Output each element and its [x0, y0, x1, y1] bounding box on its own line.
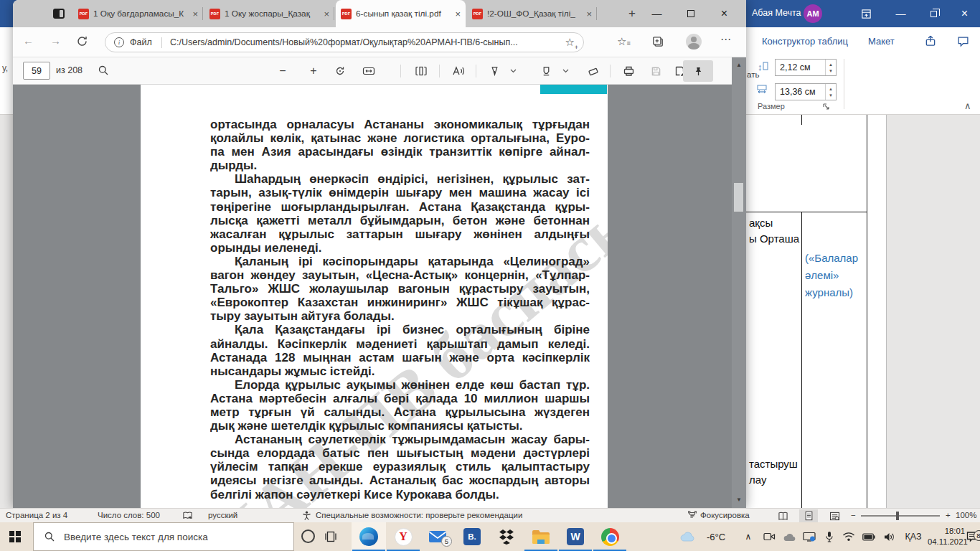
pin-toolbar-button[interactable]	[683, 60, 713, 82]
refresh-icon[interactable]	[76, 35, 88, 47]
edge-minimize-button[interactable]: —	[640, 0, 674, 27]
onedrive-icon[interactable]	[781, 522, 798, 551]
word-minimize-button[interactable]: —	[885, 0, 916, 27]
height-spinner[interactable]: ▲▼	[825, 60, 836, 75]
task-view-icon[interactable]	[324, 530, 337, 543]
taskbar-app-edge[interactable]	[352, 522, 386, 551]
collapse-ribbon-icon[interactable]: ∧	[964, 100, 971, 111]
taskbar-clock[interactable]: 18:01 04.11.2021	[928, 526, 965, 547]
taskbar-app-bitrix[interactable]: B.	[455, 522, 489, 551]
scroll-up-icon[interactable]: ▲	[732, 62, 746, 68]
rotate-icon[interactable]	[334, 65, 347, 77]
edge-close-button[interactable]: ×	[707, 0, 741, 27]
page-view-icon[interactable]	[415, 65, 428, 77]
back-icon[interactable]: ←	[23, 34, 34, 47]
table-cell-source[interactable]: («Балалар әлемі» журналы)	[805, 250, 858, 301]
taskbar-app-word[interactable]: W	[558, 522, 593, 551]
language-indicator[interactable]: русский	[208, 511, 237, 519]
word-account-name[interactable]: Абая Мечта	[752, 8, 801, 18]
url-field[interactable]: i Файл C:/Users/admin/Documents/Новый%20…	[105, 32, 584, 52]
notification-center-icon[interactable]: 8	[964, 522, 980, 551]
print-icon[interactable]	[622, 65, 635, 77]
browser-tab[interactable]: PDF1 Оку жоспары_Қазақ×	[204, 0, 334, 27]
cortana-icon[interactable]	[301, 529, 315, 543]
zoom-slider-track[interactable]	[861, 515, 940, 517]
taskbar-app-dropbox[interactable]	[489, 522, 524, 551]
edge-maximize-button[interactable]	[674, 0, 707, 27]
meet-now-icon[interactable]	[760, 522, 778, 551]
width-spinner[interactable]: ▲▼	[825, 84, 836, 100]
tray-chevron-icon[interactable]: ∧	[740, 522, 756, 551]
table-cell-grades[interactable]: ақсы ы Орташа	[749, 215, 799, 247]
table-cell-bottom[interactable]: тастыруш лау	[749, 456, 798, 488]
edge-profile-avatar[interactable]	[686, 34, 702, 50]
web-layout-icon[interactable]	[825, 509, 844, 522]
draw-dropdown-icon[interactable]	[510, 69, 516, 73]
browser-tab[interactable]: PDF!2-ОШ_ФО_Қазақ тілі_×	[467, 0, 597, 27]
url-text[interactable]: C:/Users/admin/Documents/Новый%20формат/…	[170, 37, 557, 47]
keyboard-language[interactable]: ҚАЗ	[901, 522, 925, 551]
erase-icon[interactable]	[587, 65, 600, 77]
word-close-button[interactable]: ×	[949, 0, 980, 27]
word-account-avatar[interactable]: AM	[804, 4, 822, 23]
favorites-bar-icon[interactable]: ☆≡	[617, 35, 631, 48]
table-width-field[interactable]: 13,36 см ▲▼	[775, 83, 837, 100]
zoom-out-icon[interactable]: −	[276, 65, 289, 77]
forward-icon[interactable]: →	[50, 34, 61, 47]
zoom-slider-thumb[interactable]	[896, 512, 899, 520]
taskbar-app-chrome[interactable]	[593, 522, 627, 551]
tab-close-icon[interactable]: ×	[192, 9, 198, 19]
new-tab-button[interactable]: +	[623, 4, 641, 23]
temperature-label[interactable]: -6°C	[702, 522, 730, 551]
scroll-down-icon[interactable]: ▼	[732, 496, 746, 503]
taskbar-search-box[interactable]: Введите здесь текст для поиска	[33, 522, 294, 551]
size-dialog-launcher-icon[interactable]	[822, 103, 830, 110]
weather-icon[interactable]	[677, 522, 699, 551]
print-layout-icon[interactable]	[799, 509, 818, 522]
zoom-level[interactable]: 100%	[956, 511, 976, 519]
zoom-in-button[interactable]: +	[946, 511, 951, 519]
tab-close-icon[interactable]: ×	[586, 9, 592, 19]
collections-icon[interactable]	[651, 35, 664, 48]
browser-tab[interactable]: PDF6-сынып қазақ тілі.pdf×	[336, 0, 466, 27]
info-icon[interactable]: i	[114, 37, 124, 47]
pdf-scrollbar[interactable]: ▲ ▼	[732, 57, 746, 508]
read-aloud-icon[interactable]	[452, 65, 465, 77]
cast-display-icon[interactable]	[801, 522, 818, 551]
tab-table-layout[interactable]: Макет	[868, 36, 895, 47]
highlight-icon[interactable]	[540, 65, 552, 77]
tab-close-icon[interactable]: ×	[455, 9, 461, 19]
tab-close-icon[interactable]: ×	[324, 9, 329, 19]
volume-icon[interactable]	[880, 522, 898, 551]
wifi-icon[interactable]	[839, 522, 858, 551]
page-indicator[interactable]: Страница 2 из 4	[6, 511, 67, 519]
accessibility-status[interactable]: Специальные возможности: проверьте реком…	[316, 511, 522, 519]
tab-actions-icon[interactable]	[50, 6, 67, 22]
tab-table-design[interactable]: Конструктор таблиц	[762, 36, 848, 47]
taskbar-app-mail[interactable]: 5	[420, 522, 455, 551]
browser-tab[interactable]: PDF1 Оқу бағдарламасы_К×	[73, 0, 203, 27]
start-button[interactable]	[9, 531, 21, 542]
zoom-in-icon[interactable]: +	[307, 65, 320, 77]
taskbar-app-explorer[interactable]	[524, 522, 558, 551]
fit-to-width-icon[interactable]	[362, 65, 375, 77]
focus-mode[interactable]: Фокусировка	[700, 511, 750, 519]
draw-icon[interactable]	[488, 65, 501, 77]
edge-menu-icon[interactable]: ⋯	[720, 33, 732, 46]
page-number-input[interactable]	[23, 62, 50, 80]
proofing-icon[interactable]	[182, 510, 193, 521]
taskbar-app-yandex[interactable]: Y	[386, 522, 420, 551]
word-restore-button[interactable]	[918, 0, 949, 27]
pdf-content-area[interactable]: АРМАН-ПВ баспасы ортасында орналасуы Аст…	[13, 85, 746, 508]
word-count[interactable]: Число слов: 500	[98, 511, 160, 519]
read-mode-icon[interactable]	[773, 509, 792, 522]
scroll-thumb[interactable]	[734, 183, 743, 212]
table-height-field[interactable]: 2,12 см ▲▼	[775, 59, 837, 76]
microphone-icon[interactable]	[821, 522, 838, 551]
zoom-out-button[interactable]: −	[851, 511, 856, 519]
ribbon-display-options-icon[interactable]	[851, 0, 882, 27]
add-favorite-icon[interactable]: ☆+	[565, 36, 575, 49]
highlight-dropdown-icon[interactable]	[562, 69, 568, 73]
comments-icon[interactable]	[957, 35, 969, 47]
battery-icon[interactable]	[859, 522, 878, 551]
